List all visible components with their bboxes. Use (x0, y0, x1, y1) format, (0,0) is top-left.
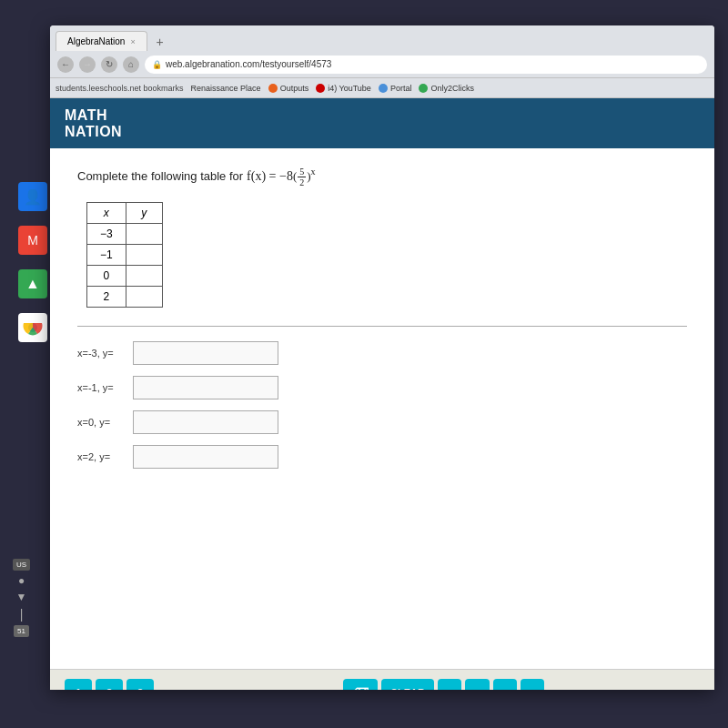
num1-button[interactable]: 1 (65, 679, 92, 690)
table-row: −1 (87, 245, 163, 266)
divider (77, 326, 687, 327)
question-prompt: Complete the following table for (77, 169, 243, 183)
address-bar[interactable]: 🔒 web.algebranation.com/testyourself/457… (145, 56, 707, 74)
input-label-2: x=0, y= (77, 417, 127, 428)
drive-icon[interactable]: ▲ (18, 269, 47, 298)
input-label-1: x=-1, y= (77, 382, 127, 393)
screen-frame: 👤 M ▲ US ● ▼ | 51 AlgebraNation × + (0, 0, 728, 728)
gmail-icon[interactable]: M (18, 226, 47, 255)
bookmark-leeschools-label: students.leeschools.net bookmarks (56, 84, 184, 93)
portal-dot (379, 84, 388, 93)
bookmark-only2clicks-label: Only2Clicks (430, 84, 474, 93)
bookmark-renaissance[interactable]: Renaissance Place (191, 84, 261, 93)
outputs-dot (268, 84, 278, 93)
bookmark-youtube-label: i4) YouTube (328, 84, 371, 93)
divide-button[interactable]: ÷ (521, 679, 544, 690)
bookmarks-bar: students.leeschools.net bookmarks Renais… (50, 78, 714, 98)
left-sidebar: 👤 M ▲ (18, 182, 47, 342)
browser-window: AlgebraNation × + ← → ↻ ⌂ 🔒 web.algebran… (50, 25, 714, 690)
math-nation-header: MATH NATION (50, 98, 714, 148)
num2-button[interactable]: 2 (96, 679, 123, 690)
table-cell-y2 (126, 266, 162, 287)
table-row: 2 (87, 287, 163, 308)
bookmark-only2clicks[interactable]: Only2Clicks (419, 84, 474, 93)
bookmark-leeschools[interactable]: students.leeschools.net bookmarks (56, 84, 184, 93)
home-button[interactable]: ⌂ (123, 56, 139, 73)
clear-button[interactable]: CLEAR (381, 679, 434, 690)
refresh-button[interactable]: ↻ (101, 56, 117, 73)
answer-input-2[interactable] (133, 410, 278, 434)
plus-button[interactable]: + (438, 679, 461, 690)
active-tab[interactable]: AlgebraNation × (56, 31, 147, 51)
logo-line1: MATH (65, 107, 122, 124)
us-badge: US (13, 559, 30, 571)
input-label-3: x=2, y= (77, 451, 127, 462)
table-cell-x3: 2 (87, 287, 126, 308)
input-row-0: x=-3, y= (77, 341, 687, 365)
input-section: x=-3, y= x=-1, y= x=0, y= x=2, y= (77, 341, 687, 469)
youtube-dot (316, 84, 325, 93)
tab-bar: AlgebraNation × + (50, 25, 714, 51)
button-bar: 1 2 3 ⌫ CLEAR + − × ÷ (50, 669, 714, 690)
answer-input-1[interactable] (133, 376, 278, 399)
table-cell-y1 (126, 245, 162, 266)
bookmark-outputs-label: Outputs (280, 84, 309, 93)
math-nation-logo: MATH NATION (65, 107, 122, 139)
table-row: 0 (87, 266, 163, 287)
input-row-1: x=-1, y= (77, 376, 687, 399)
forward-button: → (79, 56, 96, 73)
table-row: −3 (87, 224, 163, 245)
num-badge: 51 (14, 625, 29, 637)
fraction: 5 2 (298, 167, 306, 187)
main-content: Complete the following table for f(x) = … (50, 148, 714, 690)
url-text: web.algebranation.com/testyourself/4573 (166, 59, 331, 69)
browser-chrome: ← → ↻ ⌂ 🔒 web.algebranation.com/testyour… (50, 51, 714, 78)
math-formula: f(x) = −8( 5 2 )x (247, 167, 315, 187)
answer-input-3[interactable] (133, 445, 278, 469)
logo-line2: NATION (65, 124, 122, 140)
backspace-button[interactable]: ⌫ (343, 679, 378, 690)
question-text: Complete the following table for f(x) = … (77, 167, 687, 187)
multiply-button[interactable]: × (493, 679, 517, 690)
input-label-0: x=-3, y= (77, 348, 127, 359)
xy-table: x y −3 −1 0 (86, 202, 163, 308)
new-tab-button[interactable]: + (151, 33, 169, 51)
bookmark-youtube[interactable]: i4) YouTube (316, 84, 371, 93)
table-cell-y3 (126, 287, 162, 308)
only2clicks-dot (419, 84, 428, 93)
table-cell-x2: 0 (87, 266, 126, 287)
lock-icon: 🔒 (152, 60, 162, 69)
minus-button[interactable]: − (465, 679, 489, 690)
profile-icon[interactable]: 👤 (18, 182, 47, 211)
num3-button[interactable]: 3 (126, 679, 154, 690)
page-content: MATH NATION Complete the following table… (50, 98, 714, 690)
table-header-x: x (87, 203, 126, 224)
table-cell-x1: −1 (87, 245, 126, 266)
bottom-left-info: US ● ▼ | 51 (13, 559, 30, 637)
answer-input-0[interactable] (133, 341, 278, 365)
table-header-y: y (126, 203, 162, 224)
chrome-icon[interactable] (18, 313, 47, 342)
table-cell-x0: −3 (87, 224, 126, 245)
tab-label: AlgebraNation (67, 36, 125, 46)
bookmark-portal[interactable]: Portal (379, 84, 412, 93)
bookmark-portal-label: Portal (390, 84, 412, 93)
back-button[interactable]: ← (57, 56, 74, 73)
table-cell-y0 (126, 224, 162, 245)
bookmark-renaissance-label: Renaissance Place (191, 84, 261, 93)
tab-close-btn[interactable]: × (130, 37, 135, 46)
input-row-2: x=0, y= (77, 410, 687, 434)
input-row-3: x=2, y= (77, 445, 687, 469)
bookmark-outputs[interactable]: Outputs (268, 84, 309, 93)
